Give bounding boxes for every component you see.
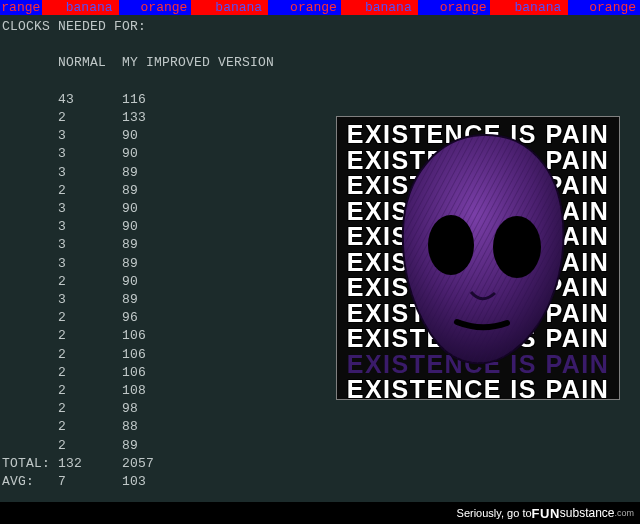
watermark-footer: Seriously, go to FUNsubstance.com (0, 502, 640, 524)
meme-image: EXISTENCE IS PAINEXISTENCE IS PAINEXISTE… (336, 116, 620, 400)
fruit-color-bar: rangebananaorangebananaorangebananaorang… (0, 0, 640, 15)
footer-prefix: Seriously, go to (457, 507, 532, 519)
svg-point-1 (428, 215, 474, 275)
footer-brand-fun: FUN (532, 506, 560, 521)
svg-point-2 (493, 216, 541, 278)
orange-cell: orange (137, 0, 191, 15)
range-cell: range (0, 0, 42, 15)
orange-cell: orange (585, 0, 639, 15)
footer-brand-substance: substance (560, 506, 615, 520)
orange-cell: orange (436, 0, 490, 15)
banana-cell: banana (508, 0, 567, 15)
footer-tld: .com (614, 508, 634, 518)
banana-cell: banana (59, 0, 118, 15)
meme-text-line: EXISTENCE IS PAIN (337, 376, 619, 400)
orange-cell: orange (286, 0, 340, 15)
wojak-head-icon (387, 127, 577, 367)
banana-cell: banana (209, 0, 268, 15)
banana-cell: banana (359, 0, 418, 15)
